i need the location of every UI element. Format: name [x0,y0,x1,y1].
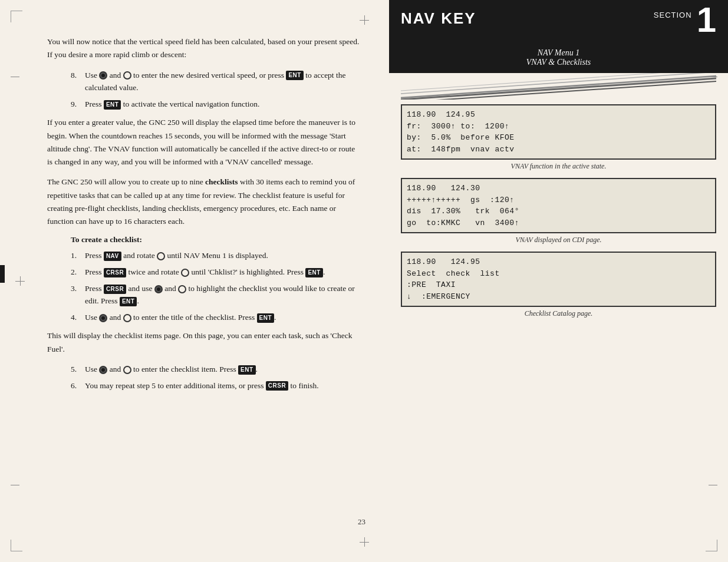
screen2-caption: VNAV displayed on CDI page. [389,236,728,244]
deco-svg [401,73,716,100]
ent-key-2: ENT [104,100,121,110]
svg-line-1 [401,73,716,94]
ent-key-6: ENT [238,365,256,375]
step9: 9. Press ENT to activate the vertical na… [71,98,360,111]
step9-text: Press ENT to activate the vertical navig… [85,98,259,111]
step8-num: 8. [71,69,81,82]
checklist-section: To create a checklist: 1. Press NAV and … [71,235,360,323]
nav-menu-subtitle: NAV Menu 1VNAV & Checklists [389,47,728,73]
nav-key-header: NAV KEY SECTION 1 [389,0,728,47]
knob-circle-5 [123,366,131,374]
checklist-step4: 4. Use and to enter the title of the che… [71,311,360,324]
svg-line-3 [401,78,716,100]
knob-circle-3 [178,285,186,293]
display-screen-3: 118.90 124.95 Select check list :PRE TAX… [401,252,716,307]
section-number: 1 [697,2,716,38]
crsr-key-3: CRSR [266,381,288,391]
paragraph2: If you enter a greater value, the GNC 25… [47,116,360,168]
intro-paragraph: You will now notice that the vertical sp… [47,35,360,62]
section-label: SECTION [654,7,692,19]
ent-key-3: ENT [305,268,323,277]
knob-circle-2 [181,269,189,277]
step8-container: 8. Use and to enter the new desired vert… [71,69,360,111]
knob-inner-icon [99,71,107,80]
knob-outer-icon [123,71,131,80]
step8-text: Use and to enter the new desired vertica… [85,69,360,94]
crsr-key-1: CRSR [104,268,126,277]
step8: 8. Use and to enter the new desired vert… [71,69,360,94]
black-bar [0,265,5,283]
checklists-bold: checklists [205,177,238,186]
page-number: 23 [358,517,365,527]
checklist-step2: 2. Press CRSR twice and rotate until 'Ch… [71,266,360,279]
screen3-caption: Checklist Catalog page. [389,309,728,318]
checklist-step5: 5. Use and to enter the checklist item. … [71,363,360,376]
steps-5-6: 5. Use and to enter the checklist item. … [71,363,360,392]
main-content: You will now notice that the vertical sp… [0,0,389,562]
display-screen-2: 118.90 124.30 +++++↑+++++ gs :120↑ dis 1… [401,178,716,233]
paragraph4: This will display the checklist items pa… [47,329,360,356]
ent-key-5: ENT [257,313,275,323]
checklist-step6: 6. You may repeat step 5 to enter additi… [71,379,360,392]
ent-key-4: ENT [120,297,137,306]
section-block: SECTION 1 [654,7,716,38]
display-screen-1: 118.90 124.95 fr: 3000↑ to: 1200↑ by: 5.… [401,104,716,160]
knob-dot-4 [99,314,107,322]
crsr-key-2: CRSR [104,285,126,294]
nav-key-title: NAV KEY [401,7,654,28]
knob-circle-4 [123,314,131,322]
svg-line-0 [401,76,716,98]
knob-dot-3 [154,285,163,293]
step9-num: 9. [71,98,81,111]
checklist-step3: 3. Press CRSR and use and to highlight t… [71,282,360,308]
checklist-step1: 1. Press NAV and rotate until NAV Menu 1… [71,249,360,262]
knob-circle-1 [157,252,165,260]
paragraph3: The GNC 250 will allow you to create up … [47,176,360,228]
nav-key-badge: NAV [104,252,121,261]
checklist-heading: To create a checklist: [71,235,360,244]
right-sidebar: NAV KEY SECTION 1 NAV Menu 1VNAV & Check… [389,0,728,562]
sidebar-deco [401,73,716,100]
screen1-caption: VNAV function in the active state. [389,162,728,171]
ent-key: ENT [286,71,304,80]
knob-dot-5 [99,366,107,374]
